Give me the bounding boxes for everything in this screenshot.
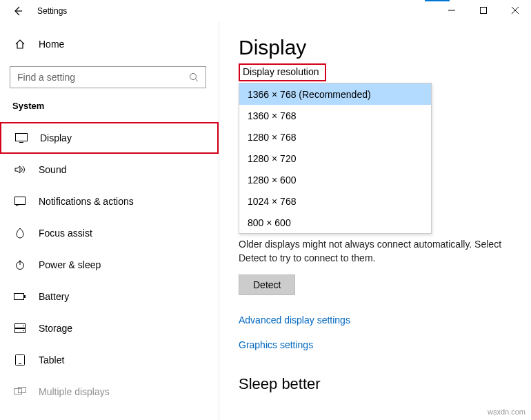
close-button[interactable] xyxy=(499,0,531,21)
sleep-better-heading: Sleep better xyxy=(239,375,512,393)
sidebar-item-label: Storage xyxy=(39,323,72,334)
watermark: wsxdn.com xyxy=(488,408,525,416)
resolution-option[interactable]: 1280 × 600 xyxy=(239,169,431,190)
home-nav[interactable]: Home xyxy=(0,30,219,58)
storage-icon xyxy=(14,322,26,334)
svg-rect-2 xyxy=(481,8,487,14)
detect-button[interactable]: Detect xyxy=(239,274,295,295)
search-input[interactable]: Find a setting xyxy=(10,66,206,88)
sidebar-item-label: Focus assist xyxy=(39,228,92,239)
search-placeholder: Find a setting xyxy=(17,72,75,83)
resolution-option[interactable]: 1360 × 768 xyxy=(239,105,431,126)
search-icon xyxy=(189,72,199,82)
svg-rect-7 xyxy=(16,134,28,141)
sidebar-item-tablet[interactable]: Tablet xyxy=(0,344,219,376)
sidebar-item-label: Power & sleep xyxy=(39,259,101,270)
home-icon xyxy=(14,38,26,50)
resolution-option[interactable]: 1024 × 768 xyxy=(239,190,431,212)
section-label: System xyxy=(0,101,219,111)
svg-rect-9 xyxy=(15,197,26,205)
sidebar-item-multiple-displays[interactable]: Multiple displays xyxy=(0,376,219,408)
sidebar-item-label: Multiple displays xyxy=(39,386,110,397)
sound-icon xyxy=(14,163,26,176)
svg-point-5 xyxy=(190,74,197,80)
advanced-display-link[interactable]: Advanced display settings xyxy=(239,314,512,326)
page-title: Display xyxy=(239,36,512,59)
sidebar-item-battery[interactable]: Battery xyxy=(0,281,219,312)
main-content: Display Display resolution 1366 × 768 (R… xyxy=(219,22,531,420)
svg-rect-13 xyxy=(24,295,26,298)
display-icon xyxy=(15,132,28,144)
resolution-option[interactable]: 800 × 600 xyxy=(239,212,431,233)
back-button[interactable] xyxy=(11,6,25,17)
sidebar-item-label: Sound xyxy=(39,164,66,175)
window-title: Settings xyxy=(37,6,67,16)
sidebar-item-label: Battery xyxy=(39,291,69,302)
resolution-option[interactable]: 1280 × 720 xyxy=(239,148,431,169)
focus-assist-icon xyxy=(14,227,26,239)
graphics-settings-link[interactable]: Graphics settings xyxy=(239,339,512,350)
resolution-dropdown[interactable]: 1366 × 768 (Recommended) 1360 × 768 1280… xyxy=(239,83,432,234)
window-controls xyxy=(436,0,531,21)
resolution-option[interactable]: 1366 × 768 (Recommended) xyxy=(239,83,431,105)
tablet-icon xyxy=(14,354,26,366)
sidebar-item-focus-assist[interactable]: Focus assist xyxy=(0,217,219,249)
detect-description: Older displays might not always connect … xyxy=(239,238,512,265)
power-icon xyxy=(14,259,26,271)
maximize-button[interactable] xyxy=(468,0,499,21)
sidebar-item-label: Display xyxy=(40,132,72,143)
sidebar-item-display[interactable]: Display xyxy=(0,122,219,154)
sidebar-item-label: Tablet xyxy=(39,354,64,366)
svg-rect-12 xyxy=(14,294,24,300)
svg-point-16 xyxy=(23,326,24,327)
sidebar-item-power-sleep[interactable]: Power & sleep xyxy=(0,249,219,281)
sidebar-item-sound[interactable]: Sound xyxy=(0,154,219,186)
resolution-option[interactable]: 1280 × 768 xyxy=(239,126,431,148)
multiple-displays-icon xyxy=(14,386,26,398)
notifications-icon xyxy=(14,195,26,208)
sidebar: Home Find a setting System Display Sound… xyxy=(0,22,219,420)
svg-line-6 xyxy=(196,79,199,82)
battery-icon xyxy=(14,290,26,303)
sidebar-item-notifications[interactable]: Notifications & actions xyxy=(0,186,219,217)
minimize-button[interactable] xyxy=(436,0,468,21)
sidebar-item-storage[interactable]: Storage xyxy=(0,312,219,344)
home-label: Home xyxy=(39,39,64,50)
sidebar-item-label: Notifications & actions xyxy=(39,196,134,207)
svg-point-17 xyxy=(23,330,24,332)
resolution-label: Display resolution xyxy=(239,63,326,81)
